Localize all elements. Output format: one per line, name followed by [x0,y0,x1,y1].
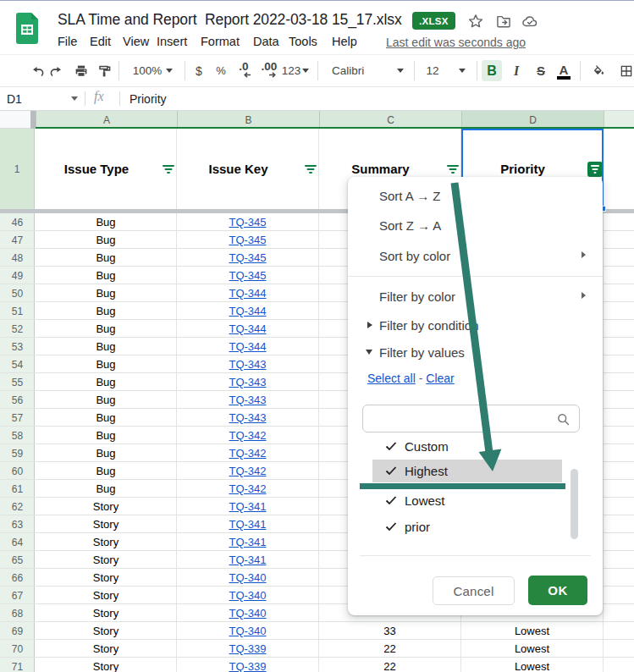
cell-issue-key[interactable]: TQ-343 [177,409,318,427]
issue-key-link[interactable]: TQ-344 [229,340,266,353]
row-number[interactable]: 70 [0,640,35,658]
cell-issue-type[interactable]: Bug [36,373,176,391]
issue-key-link[interactable]: TQ-343 [229,411,266,424]
row-number[interactable]: 53 [0,338,35,355]
cell-issue-key[interactable]: TQ-339 [177,640,318,658]
row-number[interactable]: 65 [0,551,35,569]
cell-issue-key[interactable]: TQ-345 [177,267,318,284]
cell-issue-type[interactable]: Story [36,658,176,672]
issue-key-link[interactable]: TQ-342 [229,447,266,460]
row-number[interactable]: 62 [0,498,35,515]
issue-key-link[interactable]: TQ-343 [229,376,266,388]
cell-issue-key[interactable]: TQ-343 [177,391,318,409]
cell-issue-type[interactable]: Bug [36,249,176,267]
cell-issue-type[interactable]: Story [36,551,176,569]
clear-link[interactable]: Clear [426,372,454,385]
row-number[interactable]: 48 [0,249,35,267]
issue-key-link[interactable]: TQ-341 [229,536,266,548]
cell-priority[interactable]: Lowest [461,640,603,658]
row-number[interactable]: 68 [0,604,35,622]
cell-summary[interactable]: 22 [319,640,460,658]
cell-issue-key[interactable]: TQ-344 [177,284,318,302]
cell-issue-key[interactable]: TQ-342 [177,427,318,444]
issue-key-link[interactable]: TQ-345 [229,269,266,282]
cell-issue-key[interactable]: TQ-345 [177,231,318,249]
issue-key-link[interactable]: TQ-340 [229,589,266,602]
filter-value-prior[interactable]: prior [405,520,430,534]
cell-issue-type[interactable]: Story [36,569,176,587]
cell-issue-key[interactable]: TQ-343 [177,355,318,373]
issue-key-link[interactable]: TQ-345 [229,216,266,229]
row-number[interactable]: 64 [0,533,35,551]
cell-issue-type[interactable]: Bug [36,320,176,338]
filter-value-custom[interactable]: Custom [405,439,449,454]
row-number[interactable]: 50 [0,284,35,302]
cell-issue-type[interactable]: Bug [36,427,176,444]
cell-priority[interactable]: Lowest [461,658,603,672]
cell-issue-key[interactable]: TQ-341 [177,498,318,515]
row-number[interactable]: 52 [0,320,35,338]
cell-issue-type[interactable]: Story [36,587,176,604]
issue-key-link[interactable]: TQ-342 [229,429,266,442]
cell-issue-type[interactable]: Story [36,533,176,551]
cell-issue-key[interactable]: TQ-340 [177,604,318,622]
filter-value-highest[interactable]: Highest [405,464,448,478]
row-number[interactable]: 58 [0,427,35,444]
cell-issue-key[interactable]: TQ-340 [177,622,318,640]
menu-item-sort-az[interactable]: Sort A → Z [379,189,441,203]
cell-issue-key[interactable]: TQ-339 [177,658,318,672]
menu-item-sort-za[interactable]: Sort Z → A [379,218,441,233]
row-number[interactable]: 63 [0,515,35,533]
issue-key-link[interactable]: TQ-339 [229,660,266,672]
cell-issue-type[interactable]: Bug [36,409,176,427]
cell-issue-type[interactable]: Bug [36,444,176,462]
cell-issue-type[interactable]: Bug [36,480,176,498]
cell-issue-type[interactable]: Bug [36,355,176,373]
menu-item-filter-by-color[interactable]: Filter by color [379,289,455,304]
cell-issue-type[interactable]: Story [36,498,176,515]
row-number[interactable]: 57 [0,409,35,427]
cell-issue-type[interactable]: Story [36,515,176,533]
row-number[interactable]: 46 [0,213,35,231]
issue-key-link[interactable]: TQ-343 [229,358,266,371]
issue-key-link[interactable]: TQ-345 [229,251,266,264]
row-number[interactable]: 60 [0,462,35,480]
row-number[interactable]: 49 [0,267,35,284]
issue-key-link[interactable]: TQ-342 [229,482,266,495]
select-all-link[interactable]: Select all [367,372,416,385]
issue-key-link[interactable]: TQ-343 [229,394,266,406]
issue-key-link[interactable]: TQ-340 [229,571,266,584]
filter-value-lowest[interactable]: Lowest [405,493,445,508]
issue-key-link[interactable]: TQ-340 [229,607,266,620]
row-number[interactable]: 67 [0,587,35,604]
cell-issue-key[interactable]: TQ-342 [177,462,318,480]
cell-issue-key[interactable]: TQ-341 [177,515,318,533]
row-number[interactable]: 69 [0,622,35,640]
cell-priority[interactable]: Lowest [461,622,603,640]
row-number[interactable]: 61 [0,480,35,498]
cell-issue-key[interactable]: TQ-341 [177,533,318,551]
row-number[interactable]: 59 [0,444,35,462]
cell-issue-key[interactable]: TQ-343 [177,373,318,391]
cell-issue-type[interactable]: Story [36,604,176,622]
filter-search-box[interactable] [362,405,580,432]
cell-issue-key[interactable]: TQ-345 [177,213,318,231]
cell-summary[interactable]: 33 [319,622,460,640]
cell-issue-key[interactable]: TQ-342 [177,480,318,498]
cell-issue-type[interactable]: Bug [36,391,176,409]
cell-issue-type[interactable]: Story [36,640,176,658]
row-number[interactable]: 51 [0,302,35,320]
issue-key-link[interactable]: TQ-344 [229,322,266,335]
menu-item-filter-by-condition[interactable]: Filter by condition [379,318,479,333]
issue-key-link[interactable]: TQ-341 [229,500,266,513]
cell-issue-key[interactable]: TQ-344 [177,338,318,355]
cell-issue-type[interactable]: Bug [36,213,176,231]
cell-issue-key[interactable]: TQ-340 [177,569,318,587]
cell-issue-type[interactable]: Bug [36,267,176,284]
issue-key-link[interactable]: TQ-341 [229,518,266,531]
cell-summary[interactable]: 22 [319,658,460,672]
cell-issue-type[interactable]: Bug [36,231,176,249]
cell-issue-type[interactable]: Bug [36,338,176,355]
issue-key-link[interactable]: TQ-342 [229,465,266,477]
cell-issue-key[interactable]: TQ-344 [177,320,318,338]
